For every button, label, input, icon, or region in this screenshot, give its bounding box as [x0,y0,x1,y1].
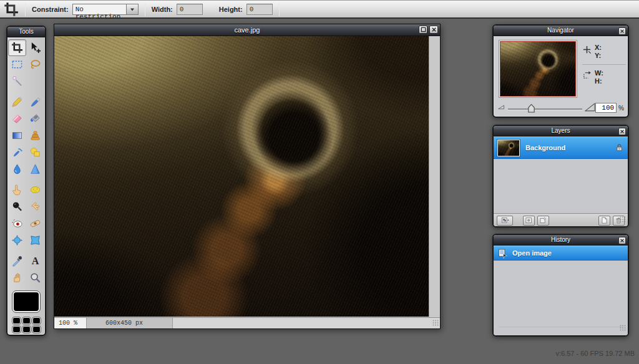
layers-panel-title[interactable]: Layers [494,126,628,136]
history-item-label: Open image [512,249,552,257]
crop-icon [11,42,23,54]
zoom-in-icon[interactable] [585,102,595,115]
hand-icon [11,272,23,284]
window-resize-grip[interactable] [432,319,439,328]
swatch-button[interactable] [32,326,41,333]
zoom-slider-track[interactable] [508,103,582,112]
tool-sharpen-button[interactable] [26,161,44,178]
zoom-level[interactable]: 100 % [54,318,87,328]
navigator-panel: Navigator X: Y: W: H: [492,24,629,118]
tool-replace-button[interactable] [8,144,26,161]
tool-crop-button[interactable] [8,39,26,56]
pixlr-editor-app: Constraint: No restriction Width: Height… [0,0,639,364]
history-panel-title[interactable]: History [494,235,628,246]
layers-close-icon[interactable] [618,128,626,135]
image-window: cave.jpg 100 % 600x450 px [54,24,441,329]
new-layer-button[interactable] [598,216,610,226]
navigator-panel-title[interactable]: Navigator [494,26,628,36]
navigator-body: X: Y: W: H: [494,36,628,118]
swatch-button[interactable] [12,317,21,324]
constraint-select[interactable]: No restriction [72,4,139,15]
lock-icon[interactable] [615,143,624,153]
tool-eraser-button[interactable] [8,110,26,127]
tool-options-bar: Constraint: No restriction Width: Height… [0,0,639,19]
navigator-info: X: Y: W: H: [582,44,626,85]
navigator-close-icon[interactable] [618,27,626,35]
history-item[interactable]: Open image [494,246,628,261]
layer-row[interactable]: Background [494,136,628,159]
nav-x-label: X: [595,44,602,52]
smudge-icon [11,184,23,196]
tool-gradient-button[interactable] [8,127,26,144]
toolbar-divider [145,2,145,16]
maximize-button[interactable] [419,26,427,34]
tool-bucket-button[interactable] [26,110,44,127]
tool-pencil-button[interactable] [8,93,26,110]
tool-wand-button[interactable] [8,73,26,90]
redeye-icon [11,218,23,229]
layer-mask-button[interactable] [523,216,535,226]
tool-move-button[interactable] [26,39,44,56]
tool-heal-button[interactable] [26,215,44,232]
tool-burn-button[interactable] [8,198,26,215]
tool-dodge-button[interactable] [26,198,44,215]
layer-styles-button[interactable] [537,216,549,226]
canvas-filler [429,36,440,317]
tool-empty-cell [26,73,44,90]
tool-brush-button[interactable] [26,93,44,110]
zoom-icon [29,272,41,284]
tool-shapes-button[interactable] [26,144,44,161]
history-list: Open image [494,246,628,335]
history-close-icon[interactable] [618,237,626,244]
image-window-statusbar: 100 % 600x450 px [54,317,440,328]
chevron-down-icon[interactable] [126,4,139,15]
layer-thumbnail [497,140,520,156]
history-resize-grip[interactable] [619,323,627,334]
eraser-icon [11,113,23,125]
tool-sponge-button[interactable] [26,181,44,198]
heal-icon [29,218,41,229]
shapes-icon [29,146,41,158]
tool-bloat-button[interactable] [8,232,26,249]
constraint-value[interactable]: No restriction [72,4,126,15]
navigator-thumbnail[interactable] [499,41,577,97]
height-input[interactable] [246,4,273,15]
zoom-percent-input[interactable] [595,103,617,113]
swatch-button[interactable] [22,326,31,333]
zoom-out-icon[interactable] [497,102,505,113]
wand-icon [11,75,23,87]
close-button[interactable] [429,26,438,34]
sharpen-icon [29,163,41,175]
width-input[interactable] [177,4,203,15]
pinch-icon [29,234,41,246]
layer-settings-button[interactable] [497,216,513,226]
swatch-button[interactable] [22,317,31,324]
tool-zoom-button[interactable] [26,269,44,286]
tool-smudge-button[interactable] [8,181,26,198]
tool-pinch-button[interactable] [26,232,44,249]
percent-label: % [618,105,624,112]
swatch-button[interactable] [12,326,21,333]
mini-swatches [12,317,41,333]
tool-hand-button[interactable] [8,269,26,286]
swatch-button[interactable] [32,317,41,324]
image-window-titlebar[interactable]: cave.jpg [54,24,440,36]
height-label: Height: [219,6,243,13]
layers-toolbar [494,213,628,227]
app-status-text: v:6.57 - 60 FPS 19.72 MB [555,350,635,357]
canvas-image[interactable] [54,36,429,317]
image-window-title: cave.jpg [235,26,260,34]
layers-resize-grip[interactable] [619,214,627,226]
tool-marquee-button[interactable] [8,56,26,73]
tool-blur-button[interactable] [8,161,26,178]
main-color-swatch[interactable] [12,291,40,312]
bucket-icon [29,113,41,125]
tool-redeye-button[interactable] [8,215,26,232]
zoom-slider-handle[interactable] [527,103,535,113]
tool-picker-button[interactable] [8,252,26,269]
tool-lasso-button[interactable] [26,56,44,73]
tools-panel: Tools A [6,26,46,336]
tool-clone-button[interactable] [26,127,44,144]
tool-type-button[interactable]: A [26,252,44,269]
tools-panel-title[interactable]: Tools [7,27,45,37]
